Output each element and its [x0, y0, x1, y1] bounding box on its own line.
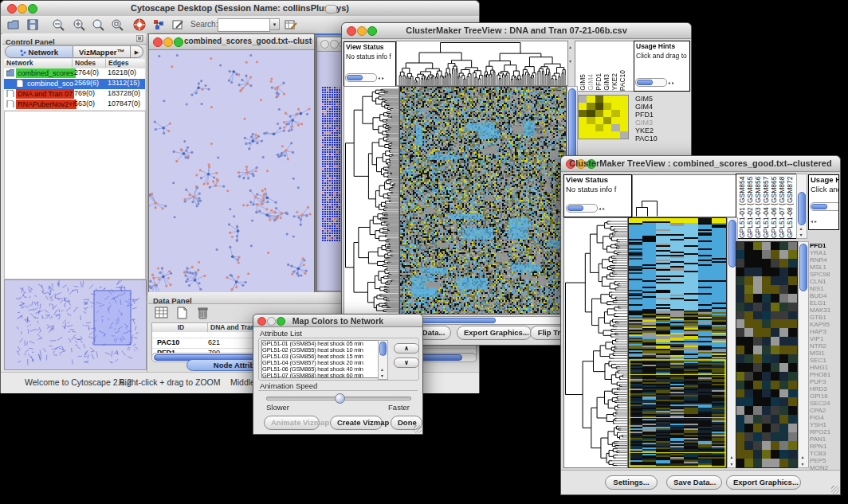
- animate-vizmap-button[interactable]: Animate Vizmap: [264, 416, 320, 430]
- scroll-down-arrow-icon[interactable]: ▾: [728, 461, 736, 467]
- col-edges[interactable]: Edges: [106, 59, 145, 68]
- resize-grip[interactable]: [831, 486, 839, 494]
- tv2-column-labels[interactable]: GPL51-01 (GSM854)GPL51-02 (GSM855)GPL51-…: [736, 174, 798, 239]
- minimize-icon[interactable]: [163, 37, 173, 47]
- network-row[interactable]: combined_scores2764(0)16218(0): [4, 68, 145, 79]
- tab-vizmapper[interactable]: VizMapper™: [73, 45, 131, 58]
- zoom-cell: [611, 103, 619, 110]
- slider-thumb[interactable]: [335, 393, 345, 404]
- tv1-global-heatmap[interactable]: [399, 86, 567, 315]
- scroll-down-arrow-icon[interactable]: ▾: [799, 461, 807, 467]
- help-lifering-icon[interactable]: [133, 18, 146, 31]
- tree-down-arrow-icon[interactable]: ▾: [569, 58, 571, 64]
- scroll-up-arrow-icon[interactable]: ▴: [728, 454, 736, 459]
- move-down-button[interactable]: ∨: [394, 357, 419, 368]
- tv1-zoom-heatmap[interactable]: [578, 95, 629, 139]
- tv1-titlebar[interactable]: ClusterMaker TreeView : DNA and Tran 07-…: [342, 23, 691, 39]
- id-column-header[interactable]: ID: [152, 323, 208, 332]
- column-label: PAC10: [618, 70, 626, 91]
- toolbar-pill-button[interactable]: [325, 5, 337, 14]
- tv2-column-dendrogram[interactable]: [632, 174, 737, 217]
- open-file-icon[interactable]: [7, 18, 20, 31]
- save-icon[interactable]: [26, 18, 39, 31]
- vscroll-thumb[interactable]: [798, 192, 806, 225]
- vscroll-thumb[interactable]: [799, 244, 807, 291]
- view-status-scrollbar[interactable]: ◂▸: [566, 201, 606, 215]
- col-nodes[interactable]: Nodes: [73, 59, 106, 68]
- gene-label: RNR4: [810, 256, 830, 264]
- usage-hints-scrollbar[interactable]: ◂▸: [810, 199, 839, 228]
- tv2-zoom-heatmap[interactable]: [736, 241, 798, 468]
- zoom-out-icon[interactable]: [52, 18, 65, 31]
- close-icon[interactable]: [153, 37, 163, 47]
- attribute-item[interactable]: GPL51-07 (GSM868) heat shock 60 min: [262, 373, 379, 378]
- search-input[interactable]: [218, 18, 270, 32]
- zoom-fit-icon[interactable]: [111, 18, 124, 31]
- tv1-row-dendrogram[interactable]: [344, 86, 399, 315]
- usage-hints-scrollbar[interactable]: ◂▸: [635, 75, 675, 89]
- tv2-zoom-vscrollbar[interactable]: ▴ ▾: [798, 241, 809, 468]
- zoom-window-icon[interactable]: [174, 37, 183, 47]
- tab-network[interactable]: Network: [5, 45, 73, 58]
- tv2-settings-button[interactable]: Settings...: [605, 475, 658, 490]
- vscroll-thumb[interactable]: [568, 88, 576, 166]
- tv2-titlebar[interactable]: ClusterMaker TreeView : combined_scores_…: [561, 156, 840, 172]
- nodes-count: 2569(6): [74, 79, 99, 87]
- tv2-global-heatmap[interactable]: [628, 217, 727, 468]
- float-panel-icon[interactable]: [136, 35, 143, 42]
- dialog-titlebar[interactable]: Map Colors to Network: [253, 315, 422, 327]
- zoom-selected-icon[interactable]: [92, 18, 104, 31]
- table-grid-icon[interactable]: [155, 307, 169, 319]
- vscroll-thumb[interactable]: [379, 342, 387, 356]
- attribute-list-vscrollbar[interactable]: ▴ ▾: [378, 340, 388, 380]
- tv2-export-graphics-button[interactable]: Export Graphics...: [726, 475, 801, 490]
- zoom-in-icon[interactable]: [73, 18, 85, 31]
- minimize-icon[interactable]: [330, 40, 339, 49]
- move-up-button[interactable]: ∧: [394, 343, 419, 354]
- main-titlebar[interactable]: Cytoscape Desktop (Session Name: collins…: [1, 1, 479, 17]
- tab-overflow-arrow-icon[interactable]: ▶: [131, 45, 143, 58]
- scroll-up-arrow-icon[interactable]: ▴: [797, 225, 805, 231]
- tv1-column-dendrogram[interactable]: [396, 41, 568, 86]
- zoom-cell: [579, 124, 587, 131]
- attribute-listbox[interactable]: GPL51-01 (GSM854) heat shock 05 minGPL51…: [261, 340, 379, 378]
- tv1-export-graphics-button[interactable]: Export Graphics...: [457, 326, 532, 340]
- edges-count: 16218(0): [108, 68, 136, 76]
- tv2-row-labels[interactable]: PFD1YRA1RNR4MSL1SPC98CLN1NIS1BUD4ELG1MAK…: [810, 242, 830, 471]
- tv1-column-labels[interactable]: GIM5GIM4PFD1GIM3YKE2PAC10: [575, 41, 635, 92]
- tv2-row-dendrogram[interactable]: [563, 217, 628, 468]
- column-label: GPL51-02 (GSM855): [746, 176, 754, 238]
- tv2-column-labels-vscrollbar[interactable]: ▴ ▾: [796, 174, 807, 239]
- network-row[interactable]: RNAPuberNov2+!563(0)107847(0): [4, 100, 145, 110]
- birdseye-view[interactable]: [4, 279, 147, 370]
- tv2-save-data-button[interactable]: Save Data...: [666, 475, 722, 490]
- network-window-1[interactable]: combined_scores_good.txt--cluste…: [148, 33, 315, 293]
- network-nodes-icon[interactable]: [152, 18, 165, 31]
- create-vizmap-button[interactable]: Create Vizmap: [330, 416, 383, 430]
- network-window-title: combined_scores_good.txt--cluste…: [184, 37, 312, 45]
- scroll-up-arrow-icon[interactable]: ▴: [379, 366, 386, 372]
- scroll-up-arrow-icon[interactable]: ▴: [799, 454, 807, 459]
- tv1-row-labels[interactable]: GIM5GIM4PFD1GIM3YKE2PAC10: [635, 95, 658, 143]
- network-row[interactable]: combined_sco2569(6)13112(15): [4, 79, 145, 89]
- scroll-down-arrow-icon[interactable]: ▾: [797, 232, 805, 237]
- close-icon[interactable]: [320, 40, 329, 49]
- new-document-icon[interactable]: [175, 307, 190, 319]
- view-status-title: View Status: [344, 42, 395, 52]
- zoom-cell: [603, 96, 611, 103]
- search-dropdown-arrow-icon[interactable]: ▼: [269, 18, 280, 30]
- network-tree-list: combined_scores2764(0)16218(0)combined_s…: [4, 68, 145, 110]
- tv1-hscrollbar[interactable]: [399, 316, 567, 325]
- network-view-canvas[interactable]: [149, 50, 312, 291]
- table-edit-icon[interactable]: [285, 18, 297, 31]
- scroll-down-arrow-icon[interactable]: ▾: [379, 373, 386, 378]
- col-network[interactable]: Network: [4, 59, 73, 68]
- resize-grip[interactable]: [414, 425, 422, 433]
- trash-icon[interactable]: [196, 306, 210, 320]
- tree-up-arrow-icon[interactable]: ▴: [569, 44, 571, 49]
- column-label: GPL51-03 (GSM856): [754, 176, 762, 238]
- animation-speed-slider[interactable]: [266, 397, 411, 400]
- network-row[interactable]: DNA and Tran 07769(0)183728(0): [4, 89, 145, 100]
- view-status-scrollbar[interactable]: ◂▸: [345, 70, 385, 84]
- annotation-icon[interactable]: [171, 18, 184, 31]
